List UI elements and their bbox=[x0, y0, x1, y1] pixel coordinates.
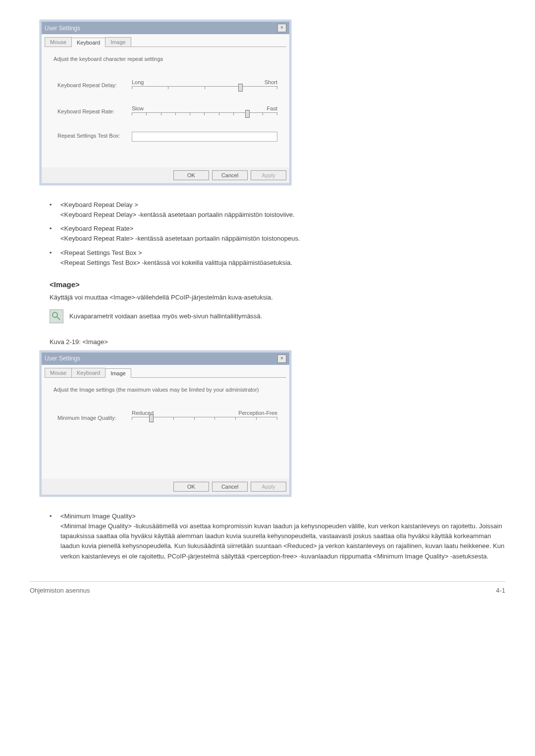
tab-mouse[interactable]: Mouse bbox=[45, 37, 72, 47]
repeat-test-input[interactable] bbox=[132, 132, 277, 142]
footer-right: 4-1 bbox=[496, 587, 505, 594]
dialog-buttons: OK Cancel Apply bbox=[42, 479, 289, 495]
note: Kuvaparametrit voidaan asettaa myös web-… bbox=[50, 309, 505, 323]
note-icon bbox=[50, 309, 63, 323]
bullet-title: <Minimum Image Quality> bbox=[60, 512, 136, 520]
page-footer: Ohjelmiston asennus 4-1 bbox=[30, 581, 505, 594]
tabs: Mouse Keyboard Image bbox=[45, 37, 286, 47]
svg-point-0 bbox=[53, 312, 57, 317]
tab-mouse[interactable]: Mouse bbox=[45, 368, 72, 377]
slider-right-label: Perception-Free bbox=[238, 410, 277, 416]
keyboard-repeat-rate-row: Keyboard Repeat Rate: Slow Fast bbox=[54, 105, 277, 123]
ok-button[interactable]: OK bbox=[173, 482, 209, 492]
list-item: <Repeat Settings Test Box > <Repeat Sett… bbox=[50, 248, 505, 268]
close-icon[interactable]: × bbox=[277, 354, 286, 363]
image-heading: <Image> bbox=[50, 280, 505, 289]
tab-description: Adjust the Image settings (the maximum v… bbox=[54, 387, 277, 393]
keyboard-bullets: <Keyboard Repeat Delay > <Keyboard Repea… bbox=[50, 200, 505, 268]
tab-image[interactable]: Image bbox=[105, 368, 131, 378]
bullet-body: <Keyboard Repeat Delay> -kentässä asetet… bbox=[60, 211, 295, 218]
keyboard-repeat-rate-label: Keyboard Repeat Rate: bbox=[54, 105, 132, 114]
dialog-buttons: OK Cancel Apply bbox=[42, 167, 289, 183]
figure-caption: Kuva 2-19: <Image> bbox=[50, 338, 505, 346]
slider-left-label: Slow bbox=[132, 105, 144, 111]
close-icon[interactable]: × bbox=[277, 24, 286, 32]
note-text: Kuvaparametrit voidaan asettaa myös web-… bbox=[69, 309, 262, 321]
bullet-body: <Minimal Image Quality> -liukusäätimellä… bbox=[60, 522, 504, 559]
apply-button: Apply bbox=[251, 170, 286, 180]
user-settings-dialog-image: User Settings × Mouse Keyboard Image Adj… bbox=[40, 351, 291, 497]
repeat-test-label: Repeat Settings Test Box: bbox=[54, 132, 132, 139]
bullet-title: <Repeat Settings Test Box > bbox=[60, 249, 142, 256]
repeat-test-row: Repeat Settings Test Box: bbox=[54, 132, 277, 142]
image-bullets: <Minimum Image Quality> <Minimal Image Q… bbox=[50, 511, 505, 561]
dialog-titlebar: User Settings × bbox=[42, 22, 289, 34]
keyboard-repeat-delay-slider[interactable] bbox=[132, 86, 277, 97]
list-item: <Keyboard Repeat Delay > <Keyboard Repea… bbox=[50, 200, 505, 220]
footer-left: Ohjelmiston asennus bbox=[30, 587, 90, 594]
keyboard-repeat-rate-slider[interactable] bbox=[132, 112, 277, 123]
list-item: <Minimum Image Quality> <Minimal Image Q… bbox=[50, 511, 505, 561]
tab-description: Adjust the keyboard character repeat set… bbox=[54, 56, 277, 62]
svg-line-1 bbox=[57, 317, 60, 320]
bullet-body: <Keyboard Repeat Rate> -kentässä aseteta… bbox=[60, 235, 300, 242]
tab-keyboard[interactable]: Keyboard bbox=[71, 368, 106, 377]
slider-right-label: Short bbox=[265, 79, 277, 85]
image-intro: Käyttäjä voi muuttaa <Image>-välilehdell… bbox=[50, 293, 505, 302]
keyboard-repeat-delay-row: Keyboard Repeat Delay: Long Short bbox=[54, 79, 277, 97]
min-image-quality-row: Minimum Image Quality: Reduced Perceptio… bbox=[54, 410, 277, 427]
dialog-titlebar: User Settings × bbox=[42, 353, 289, 365]
tab-image[interactable]: Image bbox=[105, 37, 131, 47]
tab-keyboard[interactable]: Keyboard bbox=[71, 38, 106, 47]
ok-button[interactable]: OK bbox=[173, 170, 209, 180]
min-image-quality-slider[interactable] bbox=[132, 417, 277, 427]
apply-button: Apply bbox=[251, 482, 286, 492]
bullet-title: <Keyboard Repeat Rate> bbox=[60, 225, 133, 232]
tabs: Mouse Keyboard Image bbox=[45, 368, 286, 378]
min-image-quality-label: Minimum Image Quality: bbox=[54, 410, 132, 421]
slider-right-label: Fast bbox=[267, 105, 277, 111]
dialog-title: User Settings bbox=[45, 355, 80, 362]
dialog-title: User Settings bbox=[45, 25, 80, 32]
cancel-button[interactable]: Cancel bbox=[212, 482, 248, 492]
bullet-body: <Repeat Settings Test Box> -kentässä voi… bbox=[60, 259, 292, 266]
slider-left-label: Long bbox=[132, 79, 144, 85]
keyboard-repeat-delay-label: Keyboard Repeat Delay: bbox=[54, 79, 132, 88]
list-item: <Keyboard Repeat Rate> <Keyboard Repeat … bbox=[50, 224, 505, 244]
cancel-button[interactable]: Cancel bbox=[212, 170, 248, 180]
user-settings-dialog-keyboard: User Settings × Mouse Keyboard Image Adj… bbox=[40, 20, 291, 185]
bullet-title: <Keyboard Repeat Delay > bbox=[60, 201, 138, 208]
